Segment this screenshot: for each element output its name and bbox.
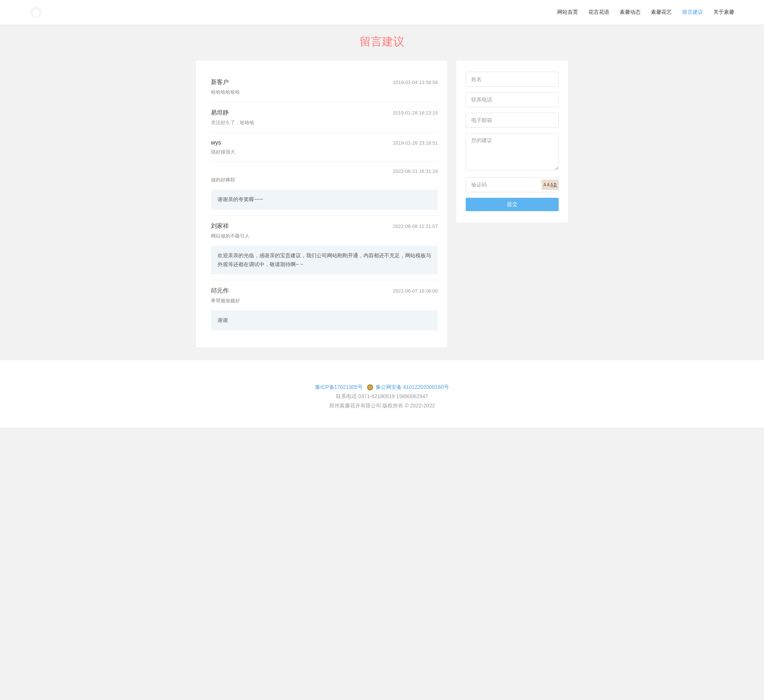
captcha-image[interactable]: A A A D bbox=[542, 180, 559, 190]
content-area: 新客户 2019-02-04 13:58:56 哈哈哈哈哈哈 易坦静 2019-… bbox=[196, 61, 568, 360]
nav-feedback[interactable]: 留言建议 bbox=[682, 7, 703, 17]
feedback-form: A A A D 提交 bbox=[456, 61, 568, 222]
message-date: 2022-06-08 11:21:07 bbox=[393, 223, 438, 229]
message-reply: 欢迎亲亲的光临，感谢亲的宝贵建议，我们公司网站刚刚开通，内容都还不充足，网站模板… bbox=[211, 246, 438, 275]
submit-button[interactable]: 提交 bbox=[466, 198, 559, 211]
message-date: 2022-06-07 16:06:00 bbox=[393, 288, 438, 294]
message-content: 网站做的不吸引人 bbox=[211, 232, 438, 240]
message-date: 2022-06-21 16:31:24 bbox=[393, 169, 438, 174]
message-author: 新客户 bbox=[211, 78, 229, 86]
captcha-char: A bbox=[550, 182, 553, 188]
main-nav: 网站首页 花言花语 素馨动态 素馨花艺 留言建议 关于素馨 bbox=[557, 7, 734, 17]
message-author: 邱元作 bbox=[211, 287, 229, 295]
footer-links: 豫ICP备17021305号 豫公网安备 41012202000160号 bbox=[0, 383, 764, 392]
suggestion-textarea[interactable] bbox=[466, 133, 559, 170]
message-item: 2022-06-21 16:31:24 做的好棒耶 谢谢亲的夸奖喔~~~ bbox=[211, 162, 438, 216]
message-date: 2019-02-04 13:58:56 bbox=[393, 80, 438, 85]
message-date: 2019-01-26 23:18:51 bbox=[393, 140, 438, 146]
message-item: 易坦静 2019-01-28 18:13:15 关注好久了，哈哈哈 bbox=[211, 102, 438, 133]
nav-about[interactable]: 关于素馨 bbox=[714, 7, 734, 17]
footer-contact: 联系电话 0371-62180519 15890062947 bbox=[0, 392, 764, 401]
page-title-section: 留言建议 bbox=[0, 25, 764, 61]
message-reply: 谢谢 bbox=[211, 310, 438, 330]
message-item: wys 2019-01-26 23:18:51 很好很强大 bbox=[211, 133, 438, 162]
nav-news[interactable]: 素馨动态 bbox=[620, 7, 640, 17]
email-input[interactable] bbox=[466, 112, 559, 128]
messages-panel: 新客户 2019-02-04 13:58:56 哈哈哈哈哈哈 易坦静 2019-… bbox=[196, 61, 447, 347]
message-content: 希望越做越好 bbox=[211, 297, 438, 305]
gongan-badge-icon bbox=[367, 384, 373, 390]
message-reply: 谢谢亲的夸奖喔~~~ bbox=[211, 190, 438, 210]
message-author: 易坦静 bbox=[211, 109, 229, 117]
message-content: 做的好棒耶 bbox=[211, 176, 438, 184]
message-item: 邱元作 2022-06-07 16:06:00 希望越做越好 谢谢 bbox=[211, 280, 438, 336]
gongan-link[interactable]: 豫公网安备 41012202000160号 bbox=[376, 384, 449, 390]
captcha-row: A A A D bbox=[466, 177, 559, 192]
message-item: 刘家祥 2022-06-08 11:21:07 网站做的不吸引人 欢迎亲亲的光临… bbox=[211, 216, 438, 280]
nav-flower-words[interactable]: 花言花语 bbox=[589, 7, 609, 17]
logo-icon bbox=[30, 6, 42, 19]
message-item: 新客户 2019-02-04 13:58:56 哈哈哈哈哈哈 bbox=[211, 72, 438, 102]
nav-floral-art[interactable]: 素馨花艺 bbox=[651, 7, 672, 17]
captcha-char: D bbox=[554, 182, 557, 188]
message-author: 刘家祥 bbox=[211, 222, 229, 230]
message-content: 哈哈哈哈哈哈 bbox=[211, 89, 438, 96]
nav-home[interactable]: 网站首页 bbox=[557, 7, 578, 17]
page-title: 留言建议 bbox=[0, 34, 764, 50]
phone-input[interactable] bbox=[466, 92, 559, 107]
header: 网站首页 花言花语 素馨动态 素馨花艺 留言建议 关于素馨 bbox=[0, 0, 764, 25]
captcha-input[interactable] bbox=[466, 178, 542, 192]
message-date: 2019-01-28 18:13:15 bbox=[393, 110, 438, 116]
footer-copyright: 郑州素馨花卉有限公司 版权所有 © 2022-2022 bbox=[0, 401, 764, 410]
footer: 豫ICP备17021305号 豫公网安备 41012202000160号 联系电… bbox=[0, 360, 764, 428]
icp-link[interactable]: 豫ICP备17021305号 bbox=[315, 384, 363, 390]
captcha-char: A bbox=[543, 182, 547, 188]
captcha-char: A bbox=[547, 182, 550, 188]
message-content: 关注好久了，哈哈哈 bbox=[211, 119, 438, 127]
name-input[interactable] bbox=[466, 72, 559, 87]
message-author: wys bbox=[211, 139, 221, 146]
message-content: 很好很强大 bbox=[211, 148, 438, 156]
